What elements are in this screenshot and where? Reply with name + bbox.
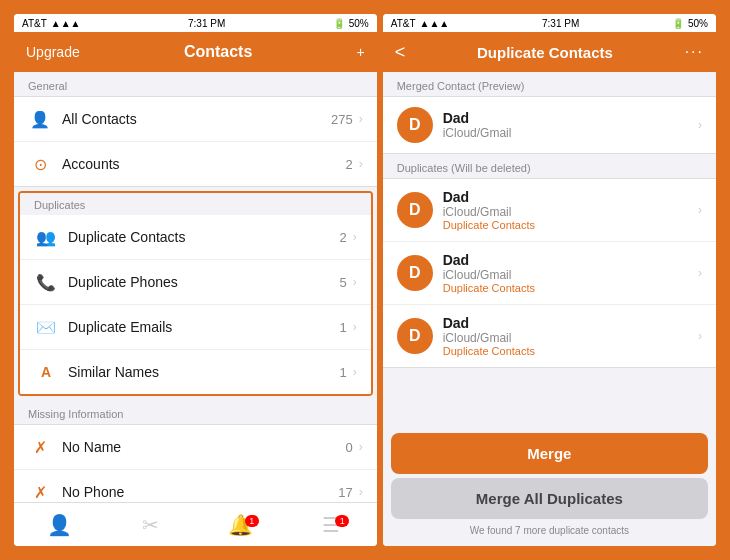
tab-bar: 👤 ✂ 🔔 1 ☰ 1 — [14, 502, 377, 546]
dup-type-1: Duplicate Contacts — [443, 282, 698, 294]
list-content-left: General 👤 All Contacts 275 › ⊙ Accounts … — [14, 72, 377, 502]
tab-alerts[interactable]: 🔔 1 — [195, 513, 286, 537]
time-left: 7:31 PM — [188, 18, 225, 29]
duplicate-phones-label: Duplicate Phones — [68, 274, 339, 290]
dup-chevron-2: › — [698, 329, 702, 343]
carrier-left: AT&T — [22, 18, 47, 29]
no-name-item[interactable]: ✗ No Name 0 › — [14, 425, 377, 470]
tab-dedup-icon: ✂ — [142, 513, 159, 537]
tab-menu[interactable]: ☰ 1 — [286, 513, 377, 537]
missing-group: ✗ No Name 0 › ✗ No Phone 17 › ✗ No Phone… — [14, 424, 377, 502]
merged-contact-row[interactable]: D Dad iCloud/Gmail › — [383, 97, 716, 153]
signal-left: ▲▲▲ — [51, 18, 81, 29]
duplicate-emails-count: 1 — [339, 320, 346, 335]
battery-icon-right: 🔋 — [672, 18, 684, 29]
back-button[interactable]: < — [395, 42, 406, 63]
merged-contact-card: D Dad iCloud/Gmail › — [383, 96, 716, 154]
chevron-icon: › — [353, 365, 357, 379]
dup-name-2: Dad — [443, 315, 698, 331]
accounts-icon: ⊙ — [28, 152, 52, 176]
upgrade-button[interactable]: Upgrade — [26, 44, 80, 60]
add-button[interactable]: + — [357, 44, 365, 60]
chevron-icon: › — [353, 320, 357, 334]
merge-note: We found 7 more duplicate contacts — [391, 523, 708, 538]
right-header: < Duplicate Contacts ··· — [383, 32, 716, 72]
merged-contact-source: iCloud/Gmail — [443, 126, 698, 140]
merge-all-button[interactable]: Merge All Duplicates — [391, 478, 708, 519]
general-section-header: General — [14, 72, 377, 96]
duplicates-group: 👥 Duplicate Contacts 2 › 📞 Duplicate Pho… — [20, 215, 371, 394]
merged-avatar: D — [397, 107, 433, 143]
accounts-count: 2 — [345, 157, 352, 172]
menu-badge: 1 — [335, 515, 349, 527]
no-phone-label: No Phone — [62, 484, 338, 500]
dup-source-0: iCloud/Gmail — [443, 205, 698, 219]
no-phone-count: 17 — [338, 485, 352, 500]
general-group: 👤 All Contacts 275 › ⊙ Accounts 2 › — [14, 96, 377, 187]
dup-name-1: Dad — [443, 252, 698, 268]
carrier-right: AT&T — [391, 18, 416, 29]
alerts-badge: 1 — [245, 515, 259, 527]
chevron-icon: › — [359, 157, 363, 171]
dup-contact-info-0: Dad iCloud/Gmail Duplicate Contacts — [443, 189, 698, 231]
more-button[interactable]: ··· — [685, 43, 704, 61]
no-name-count: 0 — [345, 440, 352, 455]
dup-contact-info-2: Dad iCloud/Gmail Duplicate Contacts — [443, 315, 698, 357]
duplicates-section-border: Duplicates 👥 Duplicate Contacts 2 › 📞 Du… — [18, 191, 373, 396]
duplicates-will-be-deleted-label: Duplicates (Will be deleted) — [383, 154, 716, 178]
accounts-label: Accounts — [62, 156, 345, 172]
duplicate-phones-item[interactable]: 📞 Duplicate Phones 5 › — [20, 260, 371, 305]
app-header-left: Upgrade Contacts + — [14, 32, 377, 72]
duplicates-list: D Dad iCloud/Gmail Duplicate Contacts › … — [383, 178, 716, 368]
chevron-icon: › — [359, 485, 363, 499]
right-title: Duplicate Contacts — [477, 44, 613, 61]
no-name-icon: ✗ — [28, 435, 52, 459]
tab-contacts-icon: 👤 — [47, 513, 72, 537]
right-content: Merged Contact (Preview) D Dad iCloud/Gm… — [383, 72, 716, 425]
battery-left: 50% — [349, 18, 369, 29]
chevron-icon: › — [359, 112, 363, 126]
dup-source-2: iCloud/Gmail — [443, 331, 698, 345]
all-contacts-label: All Contacts — [62, 111, 331, 127]
tab-contacts[interactable]: 👤 — [14, 513, 105, 537]
all-contacts-item[interactable]: 👤 All Contacts 275 › — [14, 97, 377, 142]
dup-avatar-1: D — [397, 255, 433, 291]
accounts-item[interactable]: ⊙ Accounts 2 › — [14, 142, 377, 186]
merged-contact-info: Dad iCloud/Gmail — [443, 110, 698, 140]
duplicate-emails-label: Duplicate Emails — [68, 319, 339, 335]
battery-icon-left: 🔋 — [333, 18, 345, 29]
dup-source-1: iCloud/Gmail — [443, 268, 698, 282]
duplicate-row-1[interactable]: D Dad iCloud/Gmail Duplicate Contacts › — [383, 242, 716, 305]
similar-names-count: 1 — [339, 365, 346, 380]
duplicate-contacts-count: 2 — [339, 230, 346, 245]
dup-avatar-2: D — [397, 318, 433, 354]
dup-name-0: Dad — [443, 189, 698, 205]
duplicate-contacts-item[interactable]: 👥 Duplicate Contacts 2 › — [20, 215, 371, 260]
signal-right: ▲▲▲ — [420, 18, 450, 29]
duplicate-phones-count: 5 — [339, 275, 346, 290]
duplicate-phones-icon: 📞 — [34, 270, 58, 294]
chevron-icon: › — [353, 230, 357, 244]
merge-button[interactable]: Merge — [391, 433, 708, 474]
merge-section: Merge Merge All Duplicates We found 7 mo… — [383, 425, 716, 546]
duplicate-row-2[interactable]: D Dad iCloud/Gmail Duplicate Contacts › — [383, 305, 716, 367]
dup-contact-info-1: Dad iCloud/Gmail Duplicate Contacts — [443, 252, 698, 294]
similar-names-item[interactable]: A Similar Names 1 › — [20, 350, 371, 394]
app-title: Contacts — [184, 43, 252, 61]
duplicate-emails-icon: ✉️ — [34, 315, 58, 339]
merged-chevron: › — [698, 118, 702, 132]
chevron-icon: › — [359, 440, 363, 454]
duplicate-row-0[interactable]: D Dad iCloud/Gmail Duplicate Contacts › — [383, 179, 716, 242]
no-name-label: No Name — [62, 439, 345, 455]
duplicates-section-header: Duplicates — [20, 193, 371, 215]
dup-avatar-0: D — [397, 192, 433, 228]
status-bar-right: AT&T ▲▲▲ 7:31 PM 🔋 50% — [383, 14, 716, 32]
duplicate-emails-item[interactable]: ✉️ Duplicate Emails 1 › — [20, 305, 371, 350]
battery-right: 50% — [688, 18, 708, 29]
person-icon: 👤 — [28, 107, 52, 131]
no-phone-item[interactable]: ✗ No Phone 17 › — [14, 470, 377, 502]
tab-dedup[interactable]: ✂ — [105, 513, 196, 537]
duplicate-contacts-label: Duplicate Contacts — [68, 229, 339, 245]
dup-type-0: Duplicate Contacts — [443, 219, 698, 231]
missing-section-header: Missing Information — [14, 400, 377, 424]
